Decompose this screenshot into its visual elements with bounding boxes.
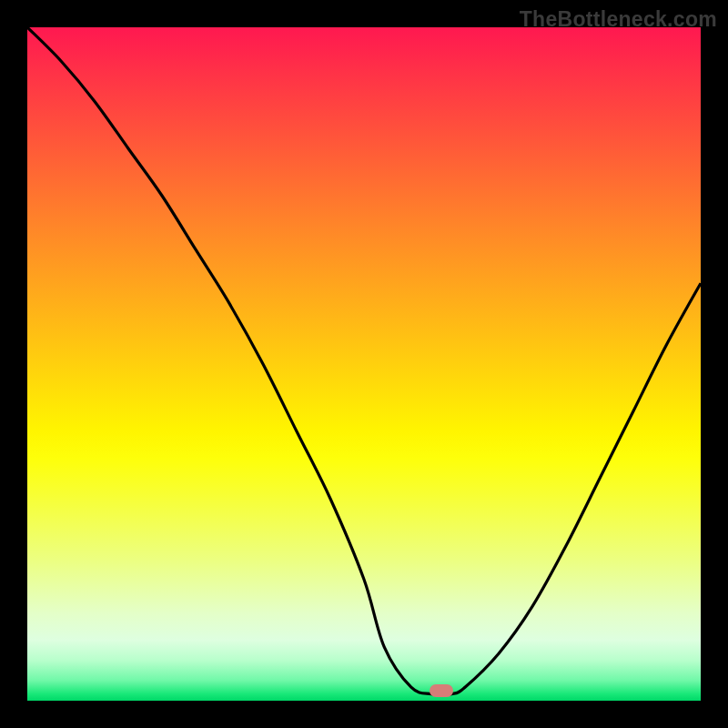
bottleneck-curve-svg	[27, 27, 701, 701]
watermark-text: TheBottleneck.com	[520, 7, 717, 32]
optimal-marker	[430, 684, 453, 697]
bottleneck-curve-path	[27, 27, 701, 695]
chart-frame: TheBottleneck.com	[0, 0, 728, 728]
